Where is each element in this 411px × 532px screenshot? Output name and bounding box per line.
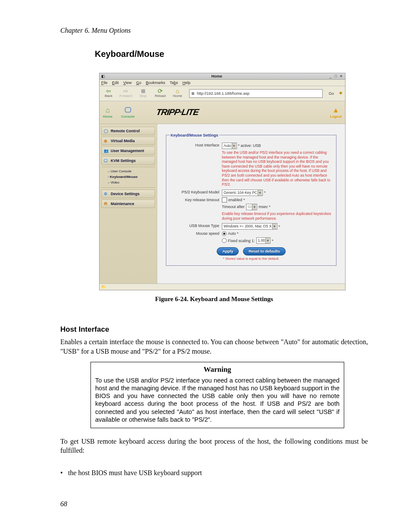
ps2-model-select[interactable]: Generic 104-Key PC <box>222 190 263 196</box>
logout-icon: ▲ <box>333 106 339 115</box>
console-icon: 🖵 <box>125 106 131 115</box>
key-release-checkbox[interactable] <box>222 197 227 202</box>
figure-caption: Figure 6-24. Keyboard and Mouse Settings <box>60 295 368 303</box>
section-title: Keyboard/Mouse <box>95 48 368 60</box>
screenshot-figure: ◧ Home _ □ ✕ File Edit View Go Bookmarks… <box>99 73 368 290</box>
bullet-text: the host BIOS must have USB keyboard sup… <box>68 468 202 478</box>
window-controls[interactable]: _ □ ✕ <box>328 73 343 79</box>
mouse-speed-label: Mouse speed <box>170 231 222 236</box>
menu-edit[interactable]: Edit <box>112 81 119 85</box>
sidebar: ◯ Remote Control ◉ Virtual Media 👥 User … <box>100 124 157 283</box>
forward-icon: ⇨ <box>123 88 128 94</box>
after-warning-text: To get USB remote keyboard access during… <box>60 437 368 455</box>
mouse-speed-fixed-select[interactable]: 1.00 <box>256 237 271 244</box>
warning-body: To use the USB and/or PS/2 interface you… <box>95 376 339 423</box>
window-titlebar: ◧ Home _ □ ✕ <box>100 73 345 80</box>
sidebar-sub-user-console[interactable]: – User Console <box>101 169 155 174</box>
warning-box: Warning To use the USB and/or PS/2 inter… <box>90 362 344 428</box>
status-bar: 📁 <box>100 283 345 290</box>
stored-note: * Stored value is equal to the default. <box>170 257 333 261</box>
media-icon: ◉ <box>104 138 109 143</box>
menubar[interactable]: File Edit View Go Bookmarks Tabs Help <box>100 80 345 86</box>
sidebar-sub-video[interactable]: – Video <box>101 180 155 186</box>
url-text: http://192.168.1.188/home.asp <box>197 91 249 96</box>
back-button[interactable]: ⇦ Back <box>101 88 116 99</box>
go-button[interactable]: Go <box>327 91 336 96</box>
minimize-icon[interactable]: _ <box>328 73 333 79</box>
usb-mouse-select[interactable]: Windows >= 2000, Mac OS X <box>222 223 277 230</box>
timeout-select[interactable]: 50 <box>246 204 257 210</box>
host-interface-heading: Host Interface <box>60 325 368 335</box>
reset-defaults-button[interactable]: Reset to defaults <box>243 247 286 255</box>
bullet-list: • the host BIOS must have USB keyboard s… <box>60 468 368 478</box>
sidebar-item-virtual-media[interactable]: ◉ Virtual Media <box>101 137 155 145</box>
menu-tabs[interactable]: Tabs <box>170 81 178 85</box>
asterisk: * <box>279 224 280 229</box>
throbber-icon: ✦ <box>338 89 343 97</box>
url-input[interactable]: 🗎 http://192.168.1.188/home.asp <box>189 89 323 98</box>
sidebar-item-kvm-settings[interactable]: 🖵 KVM Settings <box>101 156 155 165</box>
asterisk: * <box>272 238 274 243</box>
sidebar-sub-keyboard-mouse[interactable]: ◦ Keyboard/Mouse <box>101 174 155 180</box>
back-icon: ⇦ <box>106 88 111 94</box>
maintenance-icon: 🛠 <box>104 201 109 206</box>
chapter-header: Chapter 6. Menu Options <box>60 26 368 35</box>
page-icon: 🗎 <box>191 91 195 96</box>
brand-logo: TRIPP·LITE <box>156 106 199 118</box>
reload-icon: ⟳ <box>158 88 163 94</box>
toolbar: ⇦ Back ⇨ Forward ⏹ Stop ⟳ Reload ⌂ Hom <box>100 86 345 101</box>
browser-window: ◧ Home _ □ ✕ File Edit View Go Bookmarks… <box>99 73 346 290</box>
mouse-speed-fixed-label: Fixed scaling 1: <box>228 238 255 243</box>
status-icon: 📁 <box>101 284 106 289</box>
window-title: Home <box>105 73 328 79</box>
page-number: 68 <box>60 499 368 509</box>
brand-console-button[interactable]: 🖵 Console <box>121 106 135 119</box>
close-icon[interactable]: ✕ <box>339 73 343 79</box>
sidebar-item-remote-control[interactable]: ◯ Remote Control <box>101 127 155 135</box>
stop-button[interactable]: ⏹ Stop <box>136 88 150 99</box>
menu-view[interactable]: View <box>123 81 131 85</box>
device-icon: ⚙ <box>104 191 109 196</box>
warning-title: Warning <box>95 365 339 375</box>
host-interface-label: Host Interface <box>170 143 222 149</box>
mouse-speed-fixed-radio[interactable] <box>222 238 227 243</box>
kvm-icon: 🖵 <box>104 158 109 163</box>
users-icon: 👥 <box>104 148 109 153</box>
main-panel: Keyboard/Mouse Settings Host Interface A… <box>157 124 345 283</box>
home-button[interactable]: ⌂ Home <box>170 88 185 99</box>
content-row: ◯ Remote Control ◉ Virtual Media 👥 User … <box>100 124 345 283</box>
fieldset-legend: Keyboard/Mouse Settings <box>170 133 219 138</box>
brand-home-button[interactable]: ⌂ Home <box>103 106 112 119</box>
bullet-dot: • <box>60 468 68 478</box>
maximize-icon[interactable]: □ <box>333 73 338 79</box>
mouse-speed-auto-label: Auto * <box>228 231 239 236</box>
host-interface-select[interactable]: Auto <box>222 143 237 149</box>
menu-bookmarks[interactable]: Bookmarks <box>146 81 165 85</box>
apply-button[interactable]: Apply <box>217 247 239 255</box>
usb-mouse-label: USB Mouse Type <box>170 223 222 230</box>
forward-button[interactable]: ⇨ Forward <box>118 88 133 99</box>
asterisk: * <box>243 197 245 202</box>
stop-icon: ⏹ <box>140 88 146 94</box>
keyboard-mouse-fieldset: Keyboard/Mouse Settings Host Interface A… <box>166 133 336 266</box>
timeout-after-label: Timeout after <box>222 204 245 209</box>
brand-bar: ⌂ Home 🖵 Console TRIPP·LITE ▲ Logout <box>100 101 345 124</box>
host-interface-active: * active: USB <box>238 143 261 148</box>
reload-button[interactable]: ⟳ Reload <box>153 88 168 99</box>
sidebar-item-maintenance[interactable]: 🛠 Maintenance <box>101 199 155 208</box>
app-icon: ◧ <box>101 73 105 79</box>
remote-icon: ◯ <box>104 128 109 134</box>
menu-go[interactable]: Go <box>136 81 141 85</box>
key-release-note: Enable key release timeout if you experi… <box>222 212 333 221</box>
key-release-label: Key release timeout <box>170 197 222 202</box>
ps2-model-label: PS/2 Keyboard Model <box>170 190 222 196</box>
sidebar-item-device-settings[interactable]: ⚙ Device Settings <box>101 190 155 198</box>
sidebar-item-user-management[interactable]: 👥 User Management <box>101 146 155 155</box>
host-interface-text: Enables a certain interface the mouse is… <box>60 337 368 356</box>
timeout-unit: msec * <box>258 204 271 209</box>
mouse-speed-auto-radio[interactable] <box>222 231 227 236</box>
menu-help[interactable]: Help <box>182 81 190 85</box>
brand-logout-button[interactable]: ▲ Logout <box>330 106 342 119</box>
menu-file[interactable]: File <box>101 81 108 85</box>
key-release-enabled-label: enabled <box>228 197 242 202</box>
